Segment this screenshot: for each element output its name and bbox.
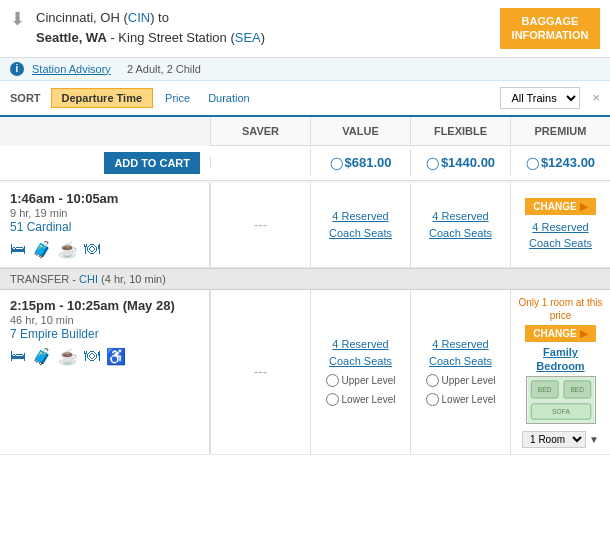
segment-1: 1:46am - 10:05am 9 hr, 19 min 51 Cardina… <box>0 183 610 268</box>
dest-station: King Street Station <box>118 30 226 45</box>
segment-2-saver-dashes: --- <box>254 364 267 379</box>
price-row: ADD TO CART ◯ $681.00 ◯ $1440.00 ◯ $1243… <box>0 146 610 181</box>
value-price-cell[interactable]: ◯ $681.00 <box>310 149 410 176</box>
segment-1-duration: 9 hr, 19 min <box>10 207 199 219</box>
segment-2: 2:15pm - 10:25am (May 28) 46 hr, 10 min … <box>0 290 610 456</box>
info-icon: i <box>10 62 24 76</box>
change-label: CHANGE <box>533 201 576 212</box>
flexible-price-cell[interactable]: ◯ $1440.00 <box>410 149 510 176</box>
trains-filter-select[interactable]: All Trains <box>500 87 580 109</box>
room-diagram: BED BED SOFA <box>526 376 596 424</box>
sort-label: SORT <box>10 92 41 104</box>
premium-radio-icon: ◯ <box>526 156 539 170</box>
transfer-label: TRANSFER <box>10 273 69 285</box>
segment-2-flexible-seats[interactable]: 4 ReservedCoach Seats <box>429 336 492 369</box>
luggage-icon: 🧳 <box>32 240 52 259</box>
passenger-info: 2 Adult, 2 Child <box>127 63 201 75</box>
premium-header: PREMIUM <box>510 117 610 145</box>
segment-2-flexible-lower[interactable]: Lower Level <box>426 393 496 406</box>
only-1-room-text: Only 1 room at this price <box>515 296 606 322</box>
flexible-header: FLEXIBLE <box>410 117 510 145</box>
segment-1-flexible[interactable]: 4 ReservedCoach Seats <box>410 183 510 267</box>
sort-price-button[interactable]: Price <box>159 89 196 107</box>
segment-2-value[interactable]: 4 ReservedCoach Seats Upper Level Lower … <box>310 290 410 455</box>
segment-2-value-lower[interactable]: Lower Level <box>326 393 396 406</box>
segment-2-amenities: 🛏 🧳 ☕ 🍽 ♿ <box>10 347 199 366</box>
dining-icon-2: 🍽 <box>84 347 100 366</box>
station-advisory-link[interactable]: Station Advisory <box>32 63 111 75</box>
results-area: SAVER VALUE FLEXIBLE PREMIUM ADD TO CART… <box>0 117 610 456</box>
origin-city: Cincinnati, OH <box>36 10 120 25</box>
flexible-radio-icon: ◯ <box>426 156 439 170</box>
svg-text:SOFA: SOFA <box>552 409 570 416</box>
change-label-2: CHANGE <box>533 328 576 339</box>
change-arrow-icon: ▶ <box>580 201 588 212</box>
svg-text:BED: BED <box>570 387 584 394</box>
transfer-time: 4 hr, 10 min <box>105 273 162 285</box>
segment-2-cols: --- 4 ReservedCoach Seats Upper Level Lo… <box>210 290 610 455</box>
room-select-row: 1 Room ▼ <box>522 431 599 448</box>
route-text: Cincinnati, OH (CIN) to Seattle, WA - Ki… <box>36 8 265 47</box>
segment-2-flexible-upper[interactable]: Upper Level <box>426 374 496 387</box>
segment-1-cols: --- 4 ReservedCoach Seats 4 ReservedCoac… <box>210 183 610 267</box>
add-cart-col: ADD TO CART <box>0 146 210 180</box>
svg-text:BED: BED <box>537 387 551 394</box>
luggage-icon-2: 🧳 <box>32 347 52 366</box>
segment-1-change-button[interactable]: CHANGE ▶ <box>525 198 595 215</box>
add-to-cart-button[interactable]: ADD TO CART <box>104 152 200 174</box>
sleeper-icon-2: 🛏 <box>10 347 26 366</box>
change-arrow-icon-2: ▶ <box>580 328 588 339</box>
segment-2-flexible[interactable]: 4 ReservedCoach Seats Upper Level Lower … <box>410 290 510 455</box>
segment-1-change-cell: CHANGE ▶ 4 ReservedCoach Seats <box>521 192 599 258</box>
sort-bar: SORT Departure Time Price Duration All T… <box>0 81 610 117</box>
baggage-information-button[interactable]: BAGGAGEINFORMATION <box>500 8 600 49</box>
room-quantity-select[interactable]: 1 Room <box>522 431 586 448</box>
segment-2-time: 2:15pm - 10:25am (May 28) <box>10 298 199 313</box>
column-headers: SAVER VALUE FLEXIBLE PREMIUM <box>210 117 610 146</box>
route-info: ⬇ Cincinnati, OH (CIN) to Seattle, WA - … <box>10 8 265 47</box>
sleeper-icon: 🛏 <box>10 240 26 259</box>
segment-2-change-button[interactable]: CHANGE ▶ <box>525 325 595 342</box>
segment-1-value-seats[interactable]: 4 ReservedCoach Seats <box>329 208 392 241</box>
header: ⬇ Cincinnati, OH (CIN) to Seattle, WA - … <box>0 0 610 58</box>
cafe-icon-2: ☕ <box>58 347 78 366</box>
cafe-icon: ☕ <box>58 240 78 259</box>
segment-1-time: 1:46am - 10:05am <box>10 191 199 206</box>
value-radio-icon: ◯ <box>330 156 343 170</box>
segment-2-duration: 46 hr, 10 min <box>10 314 199 326</box>
family-bedroom-link[interactable]: FamilyBedroom <box>536 345 584 374</box>
segment-2-value-seats[interactable]: 4 ReservedCoach Seats <box>329 336 392 369</box>
segment-1-saver-dashes: --- <box>254 217 267 232</box>
advisory-bar: i Station Advisory 2 Adult, 2 Child <box>0 58 610 81</box>
segment-2-train-link[interactable]: 7 Empire Builder <box>10 327 99 341</box>
value-header: VALUE <box>310 117 410 145</box>
value-price: $681.00 <box>345 155 392 170</box>
origin-code-link[interactable]: CIN <box>128 10 150 25</box>
premium-price: $1243.00 <box>541 155 595 170</box>
dining-icon: 🍽 <box>84 240 100 259</box>
premium-price-cell[interactable]: ◯ $1243.00 <box>510 149 610 176</box>
segment-1-value[interactable]: 4 ReservedCoach Seats <box>310 183 410 267</box>
transfer-bar: TRANSFER - CHI (4 hr, 10 min) <box>0 268 610 290</box>
segment-1-saver: --- <box>210 183 310 267</box>
flexible-price: $1440.00 <box>441 155 495 170</box>
dest-city: Seattle, WA <box>36 30 107 45</box>
direction-arrow-icon: ⬇ <box>10 10 28 28</box>
saver-header: SAVER <box>210 117 310 145</box>
accessible-icon: ♿ <box>106 347 126 366</box>
dest-code-link[interactable]: SEA <box>235 30 261 45</box>
segment-1-premium-seats[interactable]: 4 ReservedCoach Seats <box>529 219 592 252</box>
segment-2-saver: --- <box>210 290 310 455</box>
transfer-city-link[interactable]: CHI <box>79 273 98 285</box>
saver-price-cell <box>210 157 310 169</box>
segment-1-train-link[interactable]: 51 Cardinal <box>10 220 71 234</box>
sort-duration-button[interactable]: Duration <box>202 89 256 107</box>
segment-2-left: 2:15pm - 10:25am (May 28) 46 hr, 10 min … <box>0 290 210 455</box>
segment-1-premium: CHANGE ▶ 4 ReservedCoach Seats <box>510 183 610 267</box>
segment-1-amenities: 🛏 🧳 ☕ 🍽 <box>10 240 199 259</box>
close-icon[interactable]: × <box>592 90 600 105</box>
segment-2-premium: Only 1 room at this price CHANGE ▶ Famil… <box>510 290 610 455</box>
sort-departure-button[interactable]: Departure Time <box>51 88 154 108</box>
segment-2-value-upper[interactable]: Upper Level <box>326 374 396 387</box>
segment-1-flexible-seats[interactable]: 4 ReservedCoach Seats <box>429 208 492 241</box>
